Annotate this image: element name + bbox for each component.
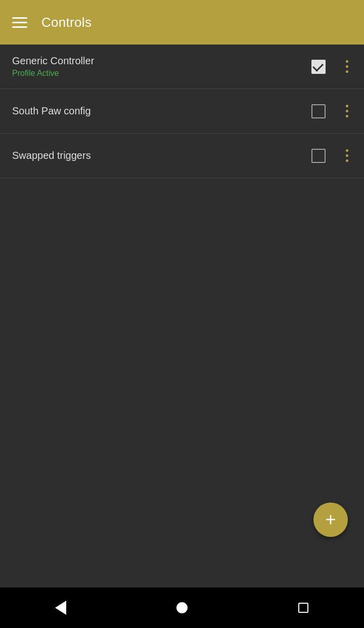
add-icon: + [325,511,336,529]
list-item-content-south-paw: South Paw config [12,105,309,117]
dot-1 [346,60,348,63]
list-item-content-generic-controller: Generic Controller Profile Active [12,55,309,78]
checkbox-unchecked-icon [311,104,326,118]
recents-icon [298,603,308,613]
profiles-list: Generic Controller Profile Active South … [0,45,364,588]
dot-3 [346,70,348,73]
more-options-south-paw[interactable] [338,97,356,125]
nav-home-button[interactable] [167,593,197,623]
dot-2 [346,110,348,112]
checkbox-south-paw[interactable] [309,102,328,120]
app-bar-title: Controls [41,15,92,30]
hamburger-menu-button[interactable] [12,17,27,28]
dot-1 [346,149,348,152]
add-profile-fab[interactable]: + [313,503,348,537]
checkbox-checked-icon [311,60,326,74]
list-item-actions-swapped-triggers [309,142,356,170]
dot-3 [346,159,348,162]
navigation-bar [0,588,364,628]
checkbox-generic-controller[interactable] [309,58,328,76]
dot-2 [346,65,348,68]
empty-content-area [0,178,364,588]
list-item-swapped-triggers[interactable]: Swapped triggers [0,134,364,178]
more-options-swapped-triggers[interactable] [338,142,356,170]
dot-3 [346,115,348,117]
nav-recents-button[interactable] [288,593,318,623]
more-options-generic-controller[interactable] [338,53,356,81]
list-item-actions-generic-controller [309,53,356,81]
list-item-actions-south-paw [309,97,356,125]
list-item-south-paw[interactable]: South Paw config [0,89,364,134]
nav-back-button[interactable] [46,593,76,623]
checkbox-unchecked-icon [311,149,326,163]
checkbox-swapped-triggers[interactable] [309,147,328,165]
app-bar: Controls [0,0,364,45]
main-area: Generic Controller Profile Active South … [0,45,364,588]
list-item-title-generic-controller: Generic Controller [12,55,309,67]
list-item-content-swapped-triggers: Swapped triggers [12,150,309,161]
dot-1 [346,105,348,107]
home-icon [176,602,188,613]
back-icon [55,601,66,615]
dot-2 [346,154,348,157]
list-item-generic-controller[interactable]: Generic Controller Profile Active [0,45,364,89]
fab-container: + [313,503,348,537]
list-item-title-south-paw: South Paw config [12,105,309,117]
list-item-title-swapped-triggers: Swapped triggers [12,150,309,161]
list-item-subtitle-generic-controller: Profile Active [12,69,309,78]
